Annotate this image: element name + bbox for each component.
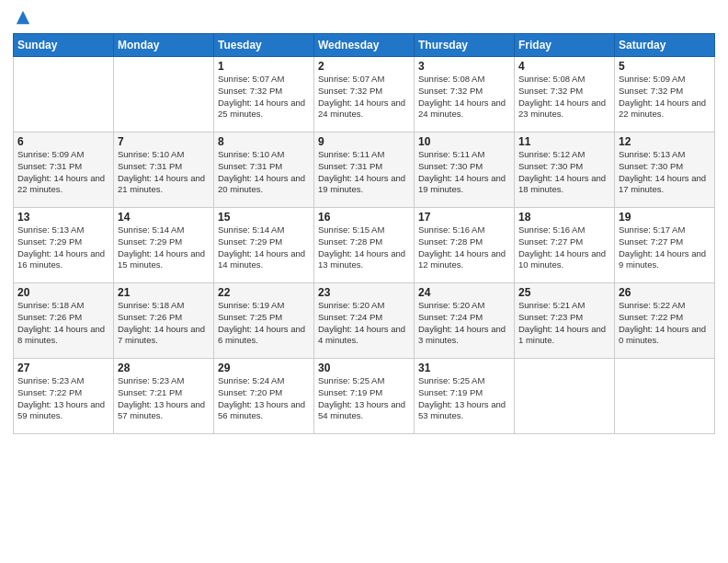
calendar-week-3: 13Sunrise: 5:13 AMSunset: 7:29 PMDayligh…: [14, 208, 715, 283]
weekday-header-monday: Monday: [114, 34, 214, 57]
day-info: Sunrise: 5:22 AMSunset: 7:22 PMDaylight:…: [619, 300, 711, 347]
calendar-cell: [615, 359, 715, 434]
calendar-cell: 7Sunrise: 5:10 AMSunset: 7:31 PMDaylight…: [114, 132, 214, 208]
day-number: 29: [218, 362, 310, 374]
calendar-week-2: 6Sunrise: 5:09 AMSunset: 7:31 PMDaylight…: [14, 132, 715, 208]
calendar-cell: 21Sunrise: 5:18 AMSunset: 7:26 PMDayligh…: [114, 283, 214, 359]
day-info: Sunrise: 5:19 AMSunset: 7:25 PMDaylight:…: [218, 300, 310, 347]
day-number: 20: [17, 286, 109, 299]
calendar-week-5: 27Sunrise: 5:23 AMSunset: 7:22 PMDayligh…: [14, 359, 715, 434]
day-info: Sunrise: 5:13 AMSunset: 7:30 PMDaylight:…: [619, 149, 711, 196]
day-info: Sunrise: 5:25 AMSunset: 7:19 PMDaylight:…: [318, 375, 410, 422]
day-number: 12: [619, 135, 711, 148]
day-number: 19: [619, 211, 711, 224]
day-number: 16: [318, 211, 410, 224]
day-info: Sunrise: 5:09 AMSunset: 7:32 PMDaylight:…: [619, 74, 711, 121]
page: SundayMondayTuesdayWednesdayThursdayFrid…: [0, 0, 728, 563]
calendar-cell: 29Sunrise: 5:24 AMSunset: 7:20 PMDayligh…: [214, 359, 314, 434]
day-number: 11: [518, 135, 610, 148]
day-number: 18: [518, 211, 610, 224]
calendar-cell: 28Sunrise: 5:23 AMSunset: 7:21 PMDayligh…: [114, 359, 214, 434]
day-number: 25: [518, 286, 610, 299]
calendar-cell: 30Sunrise: 5:25 AMSunset: 7:19 PMDayligh…: [314, 359, 415, 434]
day-info: Sunrise: 5:11 AMSunset: 7:31 PMDaylight:…: [318, 149, 410, 196]
calendar-cell: 18Sunrise: 5:16 AMSunset: 7:27 PMDayligh…: [515, 208, 615, 283]
day-number: 31: [418, 362, 510, 374]
calendar-cell: [515, 359, 615, 434]
day-number: 6: [17, 135, 109, 148]
day-number: 22: [218, 286, 310, 299]
day-info: Sunrise: 5:24 AMSunset: 7:20 PMDaylight:…: [218, 375, 310, 422]
calendar-cell: 31Sunrise: 5:25 AMSunset: 7:19 PMDayligh…: [415, 359, 515, 434]
day-info: Sunrise: 5:14 AMSunset: 7:29 PMDaylight:…: [218, 224, 310, 271]
calendar-cell: 3Sunrise: 5:08 AMSunset: 7:32 PMDaylight…: [415, 57, 515, 132]
calendar-cell: 17Sunrise: 5:16 AMSunset: 7:28 PMDayligh…: [415, 208, 515, 283]
day-info: Sunrise: 5:18 AMSunset: 7:26 PMDaylight:…: [17, 300, 109, 347]
weekday-header-saturday: Saturday: [615, 34, 715, 57]
day-info: Sunrise: 5:09 AMSunset: 7:31 PMDaylight:…: [17, 149, 109, 196]
logo: [13, 9, 31, 26]
weekday-header-sunday: Sunday: [14, 34, 114, 57]
day-number: 26: [619, 286, 711, 299]
day-info: Sunrise: 5:20 AMSunset: 7:24 PMDaylight:…: [318, 300, 410, 347]
day-number: 2: [318, 60, 410, 73]
day-info: Sunrise: 5:12 AMSunset: 7:30 PMDaylight:…: [518, 149, 610, 196]
day-number: 3: [418, 60, 510, 73]
calendar-cell: 11Sunrise: 5:12 AMSunset: 7:30 PMDayligh…: [515, 132, 615, 208]
header: [13, 9, 715, 26]
day-number: 7: [118, 135, 210, 148]
calendar-cell: [114, 57, 214, 132]
day-number: 8: [218, 135, 310, 148]
day-number: 24: [418, 286, 510, 299]
day-number: 23: [318, 286, 410, 299]
weekday-header-thursday: Thursday: [415, 34, 515, 57]
day-info: Sunrise: 5:11 AMSunset: 7:30 PMDaylight:…: [418, 149, 510, 196]
calendar-cell: 27Sunrise: 5:23 AMSunset: 7:22 PMDayligh…: [14, 359, 114, 434]
day-number: 28: [118, 362, 210, 374]
calendar-cell: 25Sunrise: 5:21 AMSunset: 7:23 PMDayligh…: [515, 283, 615, 359]
calendar-cell: 1Sunrise: 5:07 AMSunset: 7:32 PMDaylight…: [214, 57, 314, 132]
day-number: 4: [518, 60, 610, 73]
day-number: 30: [318, 362, 410, 374]
day-number: 21: [118, 286, 210, 299]
calendar-cell: 8Sunrise: 5:10 AMSunset: 7:31 PMDaylight…: [214, 132, 314, 208]
calendar-cell: 20Sunrise: 5:18 AMSunset: 7:26 PMDayligh…: [14, 283, 114, 359]
calendar-cell: 10Sunrise: 5:11 AMSunset: 7:30 PMDayligh…: [415, 132, 515, 208]
day-info: Sunrise: 5:23 AMSunset: 7:21 PMDaylight:…: [118, 375, 210, 422]
day-info: Sunrise: 5:07 AMSunset: 7:32 PMDaylight:…: [318, 74, 410, 121]
calendar-table: SundayMondayTuesdayWednesdayThursdayFrid…: [13, 33, 715, 434]
weekday-header-tuesday: Tuesday: [214, 34, 314, 57]
calendar-week-4: 20Sunrise: 5:18 AMSunset: 7:26 PMDayligh…: [14, 283, 715, 359]
calendar-cell: 14Sunrise: 5:14 AMSunset: 7:29 PMDayligh…: [114, 208, 214, 283]
calendar-cell: 16Sunrise: 5:15 AMSunset: 7:28 PMDayligh…: [314, 208, 415, 283]
calendar-cell: 5Sunrise: 5:09 AMSunset: 7:32 PMDaylight…: [615, 57, 715, 132]
day-info: Sunrise: 5:16 AMSunset: 7:28 PMDaylight:…: [418, 224, 510, 271]
calendar-cell: 23Sunrise: 5:20 AMSunset: 7:24 PMDayligh…: [314, 283, 415, 359]
calendar-cell: 24Sunrise: 5:20 AMSunset: 7:24 PMDayligh…: [415, 283, 515, 359]
day-info: Sunrise: 5:18 AMSunset: 7:26 PMDaylight:…: [118, 300, 210, 347]
logo-icon: [15, 9, 31, 26]
day-info: Sunrise: 5:14 AMSunset: 7:29 PMDaylight:…: [118, 224, 210, 271]
day-number: 5: [619, 60, 711, 73]
day-info: Sunrise: 5:20 AMSunset: 7:24 PMDaylight:…: [418, 300, 510, 347]
day-info: Sunrise: 5:08 AMSunset: 7:32 PMDaylight:…: [518, 74, 610, 121]
day-number: 17: [418, 211, 510, 224]
day-number: 9: [318, 135, 410, 148]
weekday-header-friday: Friday: [515, 34, 615, 57]
day-info: Sunrise: 5:17 AMSunset: 7:27 PMDaylight:…: [619, 224, 711, 271]
day-number: 14: [118, 211, 210, 224]
day-info: Sunrise: 5:07 AMSunset: 7:32 PMDaylight:…: [218, 74, 310, 121]
day-number: 13: [17, 211, 109, 224]
calendar-cell: 19Sunrise: 5:17 AMSunset: 7:27 PMDayligh…: [615, 208, 715, 283]
weekday-header-wednesday: Wednesday: [314, 34, 415, 57]
day-info: Sunrise: 5:10 AMSunset: 7:31 PMDaylight:…: [118, 149, 210, 196]
day-info: Sunrise: 5:08 AMSunset: 7:32 PMDaylight:…: [418, 74, 510, 121]
day-info: Sunrise: 5:25 AMSunset: 7:19 PMDaylight:…: [418, 375, 510, 422]
calendar-cell: 2Sunrise: 5:07 AMSunset: 7:32 PMDaylight…: [314, 57, 415, 132]
day-number: 27: [17, 362, 109, 374]
calendar-cell: 9Sunrise: 5:11 AMSunset: 7:31 PMDaylight…: [314, 132, 415, 208]
day-number: 15: [218, 211, 310, 224]
calendar-cell: 4Sunrise: 5:08 AMSunset: 7:32 PMDaylight…: [515, 57, 615, 132]
calendar-cell: 15Sunrise: 5:14 AMSunset: 7:29 PMDayligh…: [214, 208, 314, 283]
day-info: Sunrise: 5:13 AMSunset: 7:29 PMDaylight:…: [17, 224, 109, 271]
